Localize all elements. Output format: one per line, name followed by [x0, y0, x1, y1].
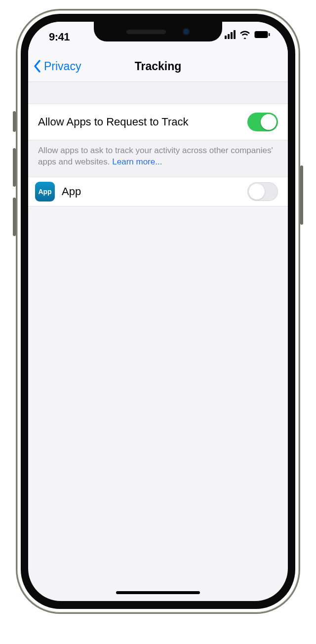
cellular-icon	[225, 30, 236, 39]
app-row: App App	[28, 177, 288, 206]
wifi-icon	[239, 30, 250, 39]
app-name-label: App	[62, 185, 240, 198]
tracking-description: Allow apps to ask to track your activity…	[28, 140, 288, 177]
app-tracking-toggle[interactable]	[247, 182, 278, 201]
status-icons	[225, 30, 270, 39]
allow-tracking-row: Allow Apps to Request to Track	[28, 104, 288, 140]
device-notch	[94, 22, 222, 41]
svg-rect-1	[269, 33, 270, 36]
status-time: 9:41	[49, 31, 70, 43]
battery-icon	[254, 31, 270, 39]
allow-tracking-label: Allow Apps to Request to Track	[38, 116, 247, 128]
home-indicator[interactable]	[116, 591, 200, 594]
page-title: Tracking	[28, 50, 288, 82]
allow-tracking-toggle[interactable]	[247, 113, 278, 131]
learn-more-link[interactable]: Learn more...	[112, 157, 162, 166]
navigation-bar: Privacy Tracking	[28, 50, 288, 82]
svg-rect-0	[255, 31, 268, 38]
app-icon: App	[35, 182, 55, 201]
